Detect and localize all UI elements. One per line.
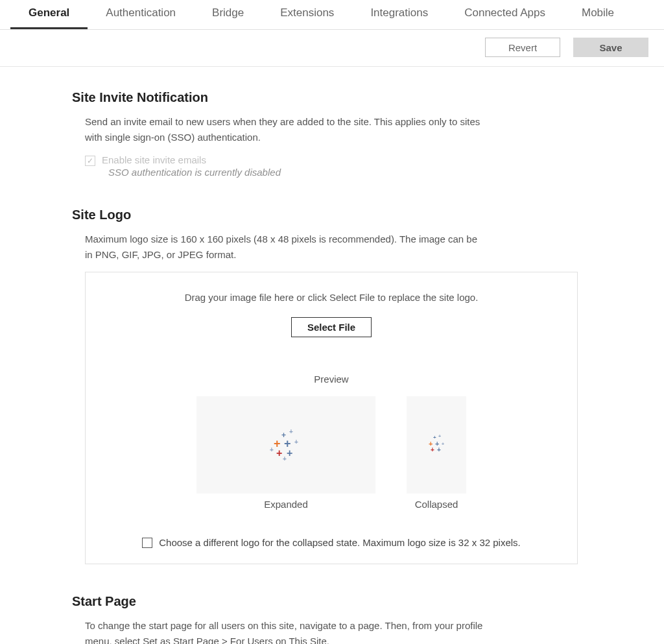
settings-content: Site Invite Notification Send an invite … [0,67,584,644]
tab-connected-apps[interactable]: Connected Apps [446,0,563,29]
logo-drop-instruction: Drag your image file here or click Selec… [101,292,562,303]
enable-invite-label-group: Enable site invite emails SSO authentica… [102,154,281,178]
tab-general[interactable]: General [10,0,88,29]
preview-expanded-caption: Expanded [196,499,375,510]
enable-invite-label: Enable site invite emails [102,154,281,165]
preview-expanded-col: + + + + + + + + + Expanded [196,396,375,510]
site-invite-desc: Send an invite email to new users when t… [85,114,487,145]
tab-bridge[interactable]: Bridge [194,0,262,29]
select-file-button[interactable]: Select File [291,317,372,337]
tab-mobile[interactable]: Mobile [563,0,632,29]
tab-authentication[interactable]: Authentication [88,0,194,29]
logo-icon-small: + + + + + + + [427,435,446,455]
preview-expanded-box: + + + + + + + + + [196,396,375,494]
settings-tabs: General Authentication Bridge Extensions… [0,0,664,30]
site-logo-desc: Maximum logo size is 160 x 160 pixels (4… [85,232,487,263]
different-collapsed-logo-row: Choose a different logo for the collapse… [101,537,562,548]
site-invite-heading: Site Invite Notification [72,90,584,105]
action-bar: Revert Save [0,30,664,67]
preview-collapsed-col: + + + + + + + Collapsed [407,396,466,510]
different-collapsed-logo-checkbox[interactable] [142,538,152,548]
start-page-desc: To change the start page for all users o… [85,618,487,644]
start-page-heading: Start Page [72,594,584,609]
revert-button[interactable]: Revert [485,38,560,57]
logo-icon: + + + + + + + + + [270,429,302,461]
site-logo-heading: Site Logo [72,208,584,222]
save-button[interactable]: Save [573,38,648,57]
enable-invite-note: SSO authentication is currently disabled [108,167,281,178]
tab-integrations[interactable]: Integrations [352,0,446,29]
preview-collapsed-box: + + + + + + + [407,396,466,494]
different-collapsed-logo-label: Choose a different logo for the collapse… [159,537,521,548]
enable-invite-checkbox[interactable] [85,156,95,166]
tab-extensions[interactable]: Extensions [262,0,352,29]
enable-invite-checkbox-row: Enable site invite emails SSO authentica… [85,154,584,178]
logo-preview-row: + + + + + + + + + Expanded + [101,396,562,510]
preview-label: Preview [101,374,562,385]
logo-drop-zone[interactable]: Drag your image file here or click Selec… [85,272,578,564]
preview-collapsed-caption: Collapsed [407,499,466,510]
